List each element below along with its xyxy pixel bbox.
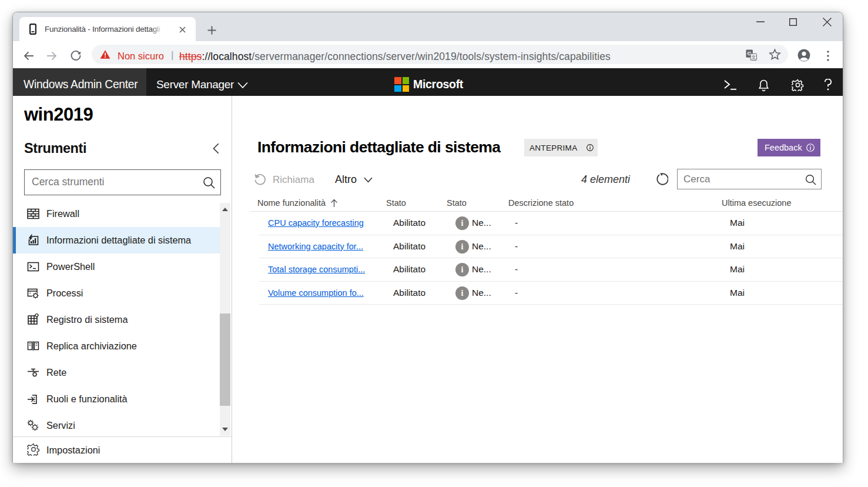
svg-text:*: * [29, 292, 31, 296]
svg-text:文: 文 [751, 54, 756, 60]
